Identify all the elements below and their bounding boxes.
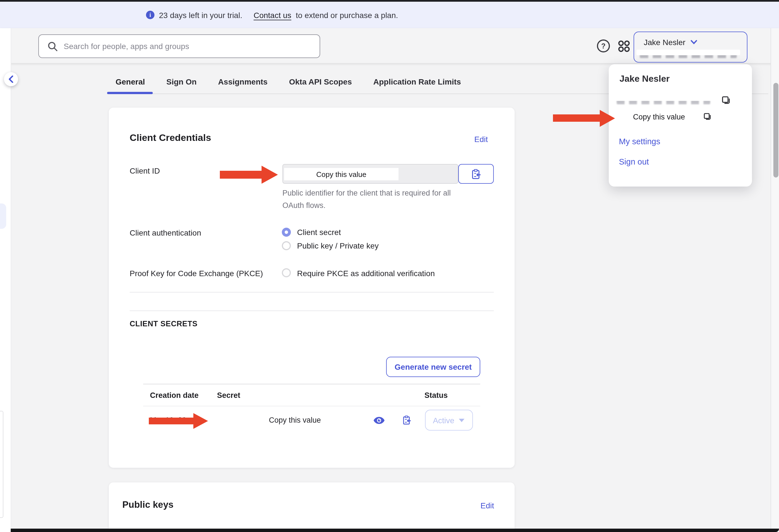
app-tabs: General Sign On Assignments Okta API Sco… [107,72,470,91]
table-header-border [143,406,480,406]
trial-suffix-text: to extend or purchase a plan. [296,10,398,19]
app-header: ? Jake Nesler [0,28,779,63]
contact-us-link[interactable]: Contact us [254,10,291,19]
secret-status-dropdown[interactable]: Active [425,410,473,430]
client-authentication-label: Client authentication [130,228,201,237]
active-tab-underline [107,92,153,94]
sign-out-link[interactable]: Sign out [619,157,649,166]
user-name: Jake Nesler [644,38,685,47]
pkce-option-label: Require PKCE as additional verification [297,269,435,278]
caret-down-icon [459,418,465,422]
public-keys-title: Public keys [122,499,174,510]
sidebar-collapse-button[interactable] [4,72,18,86]
pkce-label: Proof Key for Code Exchange (PKCE) [130,269,263,278]
client-id-copy-button[interactable] [458,164,493,184]
trial-banner-content: i 23 days left in your trial. Contact us… [146,2,398,28]
menu-copy-icon[interactable] [703,112,711,121]
global-search [38,35,320,58]
search-input[interactable] [38,35,320,58]
tab-general[interactable]: General [107,72,153,91]
section-divider [130,292,493,293]
help-icon[interactable]: ? [597,40,610,52]
user-menu-panel: Jake Nesler Copy this value My settings … [609,64,752,186]
email-copy-icon[interactable] [721,95,730,105]
page-scrollbar-thumb[interactable] [773,83,778,178]
org-url-redaction [637,50,740,58]
client-id-label: Client ID [130,166,160,175]
section-divider-2 [130,310,493,311]
search-icon [47,41,58,52]
tab-application-rate-limits[interactable]: Application Rate Limits [365,72,470,91]
chevron-down-icon [691,40,697,45]
trial-days-text: 23 days left in your trial. [159,10,242,19]
column-header-status: Status [424,391,448,400]
client-credentials-title: Client Credentials [130,132,211,144]
show-secret-eye-icon[interactable] [373,416,385,424]
page-scrollbar-track[interactable] [771,28,779,532]
public-keys-edit-link[interactable]: Edit [481,501,494,510]
sidebar-selected-item[interactable] [0,203,6,229]
table-top-border [143,384,480,385]
tab-assignments[interactable]: Assignments [210,72,276,91]
secret-copy-icon[interactable] [402,415,412,425]
public-private-key-option-label: Public key / Private key [297,241,378,250]
radio-public-private-key[interactable] [282,241,291,250]
menu-copy-tooltip: Copy this value [633,113,685,121]
window-bottom-edge [10,529,779,532]
client-credentials-edit-link[interactable]: Edit [474,135,488,144]
client-secrets-title: CLIENT SECRETS [130,319,197,328]
chevron-left-icon [8,75,13,82]
offscreen-panel-edge [0,411,3,518]
radio-client-secret[interactable] [282,228,291,237]
trial-banner: i 23 days left in your trial. Contact us… [0,2,779,28]
tab-okta-api-scopes[interactable]: Okta API Scopes [281,72,360,91]
info-icon: i [146,11,155,19]
secret-status-label: Active [433,416,454,425]
generate-new-secret-button[interactable]: Generate new secret [386,357,480,377]
my-settings-link[interactable]: My settings [619,137,660,146]
secret-copy-tooltip: Copy this value [269,416,321,424]
user-account-button[interactable]: Jake Nesler [634,32,747,63]
client-secret-option-label: Client secret [297,228,341,237]
user-email-redaction [615,95,711,104]
client-id-copy-tooltip: Copy this value [284,168,399,180]
apps-grid-icon[interactable] [618,40,630,52]
pkce-checkbox[interactable] [282,268,291,277]
client-id-help-text: Public identifier for the client that is… [282,187,473,211]
clipboard-copy-icon [471,168,481,179]
client-credentials-card: Client Credentials Edit Client ID Copy t… [109,108,514,468]
public-keys-card: Public keys Edit [109,482,514,532]
column-header-creation-date: Creation date [150,391,199,400]
column-header-secret: Secret [217,391,240,400]
tab-sign-on[interactable]: Sign On [158,72,205,91]
okta-admin-window: i 23 days left in your trial. Contact us… [0,0,779,532]
user-menu-name: Jake Nesler [619,74,670,84]
